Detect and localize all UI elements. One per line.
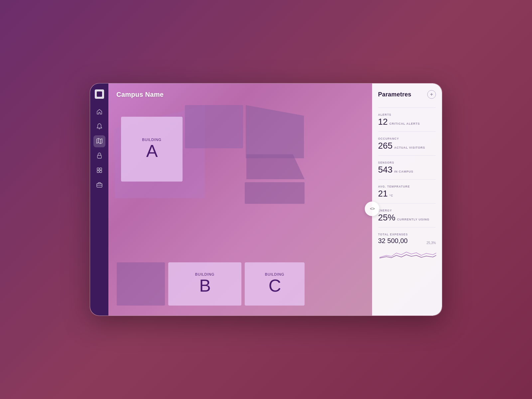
- sensors-number: 543: [378, 165, 392, 174]
- sensors-unit: IN CAMPUS: [394, 170, 413, 173]
- occupancy-label: OCCUPANCY: [378, 137, 436, 140]
- buildings-grid: Building A Building B Building: [115, 105, 365, 309]
- app-logo: [95, 89, 104, 99]
- alerts-label: ALERTS: [378, 113, 436, 116]
- building-top-right-2[interactable]: [246, 105, 304, 158]
- building-a[interactable]: Building A: [121, 117, 183, 182]
- lock-icon: [97, 153, 102, 160]
- expenses-value-row: 32 500,00 25,3%: [378, 237, 436, 245]
- building-c[interactable]: Building C: [245, 262, 305, 306]
- right-panel: Parametres + ALERTS 12 CRITICAL ALERTS O…: [372, 83, 442, 316]
- main-area: Campus Name Building A: [108, 83, 372, 316]
- sidebar-item-grid[interactable]: [93, 165, 105, 177]
- sensors-label: SENSORS: [378, 161, 436, 164]
- divider-6: [378, 227, 436, 227]
- sidebar-item-map[interactable]: [93, 135, 105, 147]
- divider-3: [378, 155, 436, 156]
- energy-value-row: 25% CURRENTLY USING: [378, 213, 436, 222]
- sidebar-item-notifications[interactable]: [93, 121, 105, 133]
- svg-rect-6: [100, 171, 102, 173]
- alerts-number: 12: [378, 117, 388, 126]
- svg-rect-4: [100, 168, 102, 170]
- temperature-label: AVG. TEMPRATURE: [378, 185, 436, 188]
- building-a-letter: A: [146, 142, 158, 161]
- plus-icon: +: [430, 91, 433, 97]
- sensors-stat: SENSORS 543 IN CAMPUS: [378, 159, 436, 176]
- divider-1: [378, 107, 436, 108]
- occupancy-stat: OCCUPANCY 265 ACTUAL VISITORS: [378, 135, 436, 152]
- grid-icon: [97, 168, 102, 174]
- building-c-letter: C: [269, 276, 281, 295]
- logo-inner: [97, 91, 102, 97]
- sensors-value-row: 543 IN CAMPUS: [378, 165, 436, 174]
- divider-5: [378, 203, 436, 203]
- building-b[interactable]: Building B: [168, 262, 241, 306]
- temperature-unit: °C: [389, 194, 393, 197]
- building-b-letter: B: [199, 276, 210, 295]
- building-top-right-1[interactable]: [185, 105, 243, 148]
- occupancy-value-row: 265 ACTUAL VISITORS: [378, 141, 436, 150]
- expenses-stat: TOTAL EXPENSES 32 500,00 25,3%: [378, 231, 436, 263]
- sidebar-item-security[interactable]: [93, 150, 105, 162]
- expenses-number: 32 500,00: [378, 237, 408, 245]
- svg-rect-3: [97, 168, 99, 170]
- sidebar-item-briefcase[interactable]: [93, 179, 105, 191]
- svg-rect-2: [97, 155, 101, 158]
- energy-label: ENERGY: [378, 209, 436, 212]
- expenses-percent: 25,3%: [427, 241, 436, 245]
- alerts-stat: ALERTS 12 CRITICAL ALERTS: [378, 111, 436, 128]
- occupancy-number: 265: [378, 141, 392, 150]
- energy-unit: CURRENTLY USING: [397, 218, 430, 221]
- building-bottom-left[interactable]: [117, 262, 165, 306]
- device-frame: Campus Name Building A: [90, 83, 442, 316]
- energy-number: 25%: [378, 213, 395, 222]
- expenses-label: TOTAL EXPENSES: [378, 233, 436, 236]
- home-icon: [96, 109, 102, 116]
- divider-2: [378, 131, 436, 132]
- svg-rect-5: [97, 171, 99, 173]
- alerts-unit: CRITICAL ALERTS: [389, 122, 420, 125]
- nav-arrows-icon: < >: [370, 206, 374, 211]
- map-nav-button[interactable]: < >: [365, 201, 379, 216]
- briefcase-icon: [96, 182, 102, 189]
- divider-4: [378, 179, 436, 180]
- occupancy-unit: ACTUAL VISITORS: [394, 146, 425, 149]
- expenses-chart: [378, 248, 436, 261]
- temperature-stat: AVG. TEMPRATURE 21 °C: [378, 183, 436, 200]
- temperature-number: 21: [378, 189, 388, 198]
- temperature-value-row: 21 °C: [378, 189, 436, 198]
- map-icon: [96, 138, 102, 145]
- energy-stat: ENERGY 25% CURRENTLY USING: [378, 207, 436, 224]
- main-header: Campus Name: [108, 83, 372, 102]
- panel-add-button[interactable]: +: [427, 90, 436, 99]
- panel-title: Parametres: [378, 91, 411, 98]
- building-mid-2[interactable]: [245, 182, 305, 204]
- sidebar-item-home[interactable]: [93, 106, 105, 118]
- sidebar: [90, 83, 108, 316]
- alerts-value-row: 12 CRITICAL ALERTS: [378, 117, 436, 126]
- panel-header: Parametres +: [378, 90, 436, 99]
- map-container: Building A Building B Building: [108, 102, 372, 316]
- campus-name: Campus Name: [116, 91, 164, 98]
- bell-icon: [97, 123, 102, 130]
